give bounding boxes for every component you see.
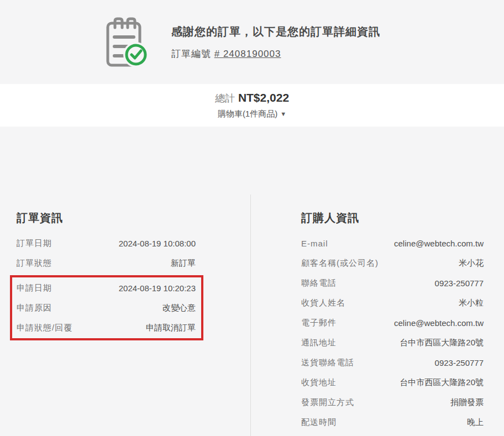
order-info-rows: 訂單日期 2024-08-19 10:08:00 訂單狀態 新訂單 xyxy=(17,233,196,273)
info-row: 申請日期 2024-08-19 10:20:23 xyxy=(17,278,196,298)
row-label: 訂單日期 xyxy=(17,238,52,249)
column-divider xyxy=(250,195,251,436)
info-row: 收貨地址 台中市西區大隆路20號 xyxy=(301,372,484,392)
row-label: 訂單狀態 xyxy=(17,258,52,269)
caret-down-icon: ▼ xyxy=(280,111,286,117)
page-title: 感謝您的訂單，以下是您的訂單詳細資訊 xyxy=(171,24,380,39)
order-number-link[interactable]: # 2408190003 xyxy=(214,49,281,59)
row-value: 米小粒 xyxy=(459,298,484,308)
row-label: 配送時間 xyxy=(301,417,337,428)
info-row: E-mail celine@webtech.com.tw xyxy=(301,233,484,253)
cancellation-rows: 申請日期 2024-08-19 10:20:23 申請原因 改變心意 申請狀態/… xyxy=(17,278,196,338)
order-note-check-icon xyxy=(105,16,147,68)
info-row: 申請原因 改變心意 xyxy=(17,298,196,318)
row-value: 捐贈發票 xyxy=(450,397,484,408)
info-row: 電子郵件 celine@webtech.com.tw xyxy=(301,313,484,333)
order-summary-strip: 總計NT$2,022 購物車(1件商品)▼ xyxy=(0,84,504,127)
row-value: 米小花 xyxy=(459,258,484,269)
row-label: E-mail xyxy=(301,239,328,248)
info-row: 顧客名稱(或公司名) 米小花 xyxy=(301,253,484,273)
info-row: 配送時間 晚上 xyxy=(301,412,484,432)
row-value: celine@webtech.com.tw xyxy=(394,239,484,248)
row-value: celine@webtech.com.tw xyxy=(394,318,484,328)
cancellation-request-highlight-box: 申請日期 2024-08-19 10:20:23 申請原因 改變心意 申請狀態/… xyxy=(10,275,203,340)
row-label: 申請狀態/回覆 xyxy=(17,323,72,333)
order-confirmation-header: 感謝您的訂單，以下是您的訂單詳細資訊 訂單編號 # 2408190003 xyxy=(0,0,504,84)
row-label: 收貨人姓名 xyxy=(301,298,345,308)
total-label: 總計 xyxy=(215,93,235,104)
info-row: 訂單日期 2024-08-19 10:08:00 xyxy=(17,233,196,253)
row-label: 送貨聯絡電話 xyxy=(301,358,354,368)
row-label: 電子郵件 xyxy=(301,318,337,328)
row-value: 台中市西區大隆路20號 xyxy=(400,338,484,348)
row-label: 通訊地址 xyxy=(301,338,337,348)
info-row: 申請狀態/回覆 申請取消訂單 xyxy=(17,318,196,338)
row-value: 新訂單 xyxy=(171,258,196,269)
info-row: 通訊地址 台中市西區大隆路20號 xyxy=(301,333,484,353)
row-value: 0923-250777 xyxy=(435,358,484,367)
total-value: NT$2,022 xyxy=(238,91,289,104)
cart-label: 購物車(1件商品) xyxy=(218,109,277,118)
row-value: 晚上 xyxy=(467,417,484,428)
order-details-area: 訂單資訊 訂單日期 2024-08-19 10:08:00 訂單狀態 新訂單 xyxy=(0,127,504,436)
buyer-info-rows: E-mail celine@webtech.com.tw 顧客名稱(或公司名) … xyxy=(301,233,484,432)
order-number-line: 訂單編號 # 2408190003 xyxy=(171,48,380,60)
row-value: 2024-08-19 10:20:23 xyxy=(119,283,196,293)
order-info-section: 訂單資訊 訂單日期 2024-08-19 10:08:00 訂單狀態 新訂單 xyxy=(17,211,196,340)
info-row: 送貨聯絡電話 0923-250777 xyxy=(301,353,484,372)
row-label: 聯絡電話 xyxy=(301,278,337,288)
info-row: 聯絡電話 0923-250777 xyxy=(301,273,484,293)
info-row: 收貨人姓名 米小粒 xyxy=(301,293,484,313)
order-detail-page: 感謝您的訂單，以下是您的訂單詳細資訊 訂單編號 # 2408190003 總計N… xyxy=(0,0,504,436)
info-row: 訂單狀態 新訂單 xyxy=(17,253,196,273)
row-label: 發票開立方式 xyxy=(301,397,354,408)
hero-text: 感謝您的訂單，以下是您的訂單詳細資訊 訂單編號 # 2408190003 xyxy=(171,24,380,60)
buyer-info-heading: 訂購人資訊 xyxy=(301,211,484,225)
row-label: 申請日期 xyxy=(17,283,52,293)
row-value: 2024-08-19 10:08:00 xyxy=(119,239,196,248)
row-label: 顧客名稱(或公司名) xyxy=(301,258,379,269)
row-label: 申請原因 xyxy=(17,303,52,313)
buyer-info-section: 訂購人資訊 E-mail celine@webtech.com.tw 顧客名稱(… xyxy=(301,211,484,432)
info-row: 發票開立方式 捐贈發票 xyxy=(301,392,484,412)
order-info-heading: 訂單資訊 xyxy=(17,211,196,225)
cart-dropdown-toggle[interactable]: 購物車(1件商品)▼ xyxy=(218,109,286,119)
row-value: 改變心意 xyxy=(162,303,196,313)
row-value: 台中市西區大隆路20號 xyxy=(400,377,484,388)
row-value: 申請取消訂單 xyxy=(146,323,196,333)
order-number-label: 訂單編號 xyxy=(171,49,211,59)
row-value: 0923-250777 xyxy=(435,279,484,288)
row-label: 收貨地址 xyxy=(301,377,337,388)
total-line: 總計NT$2,022 xyxy=(0,91,504,105)
